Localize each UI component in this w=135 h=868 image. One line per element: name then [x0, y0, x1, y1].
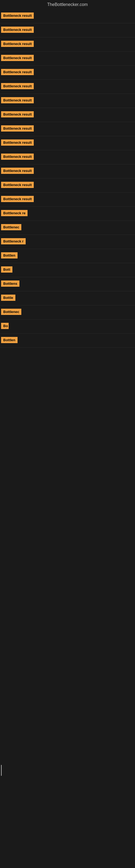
list-item: Bottlen — [0, 249, 135, 263]
bottleneck-badge[interactable]: Bottleneck result — [1, 111, 34, 118]
bottleneck-badge[interactable]: Bottlenec — [1, 309, 21, 315]
bottleneck-badge[interactable]: Bottleneck result — [1, 154, 34, 160]
list-item: Bottleneck result — [0, 122, 135, 136]
list-item: Bottleneck result — [0, 66, 135, 80]
bottleneck-badge[interactable]: Bottleneck result — [1, 125, 34, 131]
items-list: Bottleneck resultBottleneck resultBottle… — [0, 9, 135, 348]
list-item: Bottlenec — [0, 305, 135, 319]
bottleneck-badge[interactable]: Bottlenec — [1, 224, 21, 230]
list-item: Bott — [0, 263, 135, 277]
bottleneck-badge[interactable]: Bottleneck result — [1, 140, 34, 146]
site-header: TheBottlenecker.com — [0, 0, 135, 9]
bottleneck-badge[interactable]: Bottle — [1, 294, 15, 301]
bottleneck-badge[interactable]: Bottleneck result — [1, 196, 34, 202]
list-item: Bottleneck result — [0, 9, 135, 23]
bottleneck-badge[interactable]: Bottleneck result — [1, 97, 34, 103]
bottleneck-badge[interactable]: Bottleneck result — [1, 55, 34, 61]
bottleneck-badge[interactable]: Bottleneck r — [1, 238, 26, 244]
list-item: Bottlens — [0, 277, 135, 291]
list-item: Bo — [0, 319, 135, 334]
bottleneck-badge[interactable]: Bottlen — [1, 252, 17, 258]
list-item: Bottlen — [0, 334, 135, 348]
list-item: Bottleneck result — [0, 150, 135, 164]
list-item: Bottleneck re — [0, 207, 135, 221]
list-item: Bottle — [0, 291, 135, 305]
list-item: Bottleneck result — [0, 23, 135, 37]
bottleneck-badge[interactable]: Bottleneck result — [1, 69, 34, 75]
cursor-indicator — [1, 765, 2, 776]
list-item: Bottleneck result — [0, 164, 135, 179]
list-item: Bottleneck result — [0, 37, 135, 52]
list-item: Bottlenec — [0, 221, 135, 235]
bottleneck-badge[interactable]: Bottleneck result — [1, 83, 34, 89]
bottleneck-badge[interactable]: Bottleneck result — [1, 167, 34, 174]
bottleneck-badge[interactable]: Bott — [1, 267, 12, 273]
list-item: Bottleneck result — [0, 179, 135, 193]
bottleneck-badge[interactable]: Bo — [1, 323, 9, 329]
bottleneck-badge[interactable]: Bottlens — [1, 280, 19, 287]
bottleneck-badge[interactable]: Bottleneck result — [1, 12, 34, 19]
list-item: Bottleneck result — [0, 193, 135, 207]
list-item: Bottleneck r — [0, 235, 135, 249]
list-item: Bottleneck result — [0, 94, 135, 108]
bottleneck-badge[interactable]: Bottleneck result — [1, 27, 34, 33]
bottleneck-badge[interactable]: Bottlen — [1, 337, 17, 343]
list-item: Bottleneck result — [0, 80, 135, 94]
bottleneck-badge[interactable]: Bottleneck result — [1, 41, 34, 47]
list-item: Bottleneck result — [0, 108, 135, 122]
list-item: Bottleneck result — [0, 52, 135, 66]
site-title: TheBottlenecker.com — [0, 0, 135, 9]
bottleneck-badge[interactable]: Bottleneck result — [1, 182, 34, 188]
bottleneck-badge[interactable]: Bottleneck re — [1, 210, 28, 216]
list-item: Bottleneck result — [0, 136, 135, 150]
